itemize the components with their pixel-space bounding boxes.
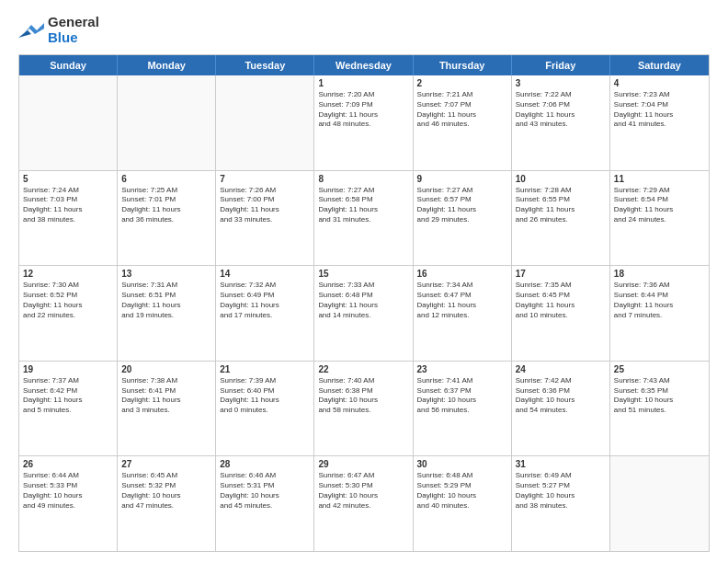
- day-cell-empty-4-6: [610, 456, 709, 551]
- day-cell-14: 14Sunrise: 7:32 AMSunset: 6:49 PMDayligh…: [216, 266, 314, 361]
- day-number: 27: [121, 459, 211, 469]
- day-cell-16: 16Sunrise: 7:34 AMSunset: 6:47 PMDayligh…: [414, 266, 512, 361]
- calendar-row-4: 19Sunrise: 7:37 AMSunset: 6:42 PMDayligh…: [19, 361, 709, 456]
- day-cell-2: 2Sunrise: 7:21 AMSunset: 7:07 PMDaylight…: [414, 75, 512, 170]
- header-day-monday: Monday: [118, 55, 216, 75]
- calendar-row-1: 1Sunrise: 7:20 AMSunset: 7:09 PMDaylight…: [19, 75, 709, 170]
- day-number: 3: [516, 78, 606, 88]
- header-day-sunday: Sunday: [19, 55, 118, 75]
- header-day-wednesday: Wednesday: [314, 55, 413, 75]
- day-info: Sunrise: 7:27 AMSunset: 6:57 PMDaylight:…: [417, 186, 507, 225]
- day-cell-5: 5Sunrise: 7:24 AMSunset: 7:03 PMDaylight…: [19, 171, 118, 266]
- logo: General Blue: [18, 15, 99, 45]
- header: General Blue: [18, 15, 710, 45]
- day-cell-empty-0-2: [216, 75, 314, 170]
- day-info: Sunrise: 7:23 AMSunset: 7:04 PMDaylight:…: [614, 90, 705, 130]
- page: General Blue SundayMondayTuesdayWednesda…: [0, 0, 728, 563]
- day-cell-25: 25Sunrise: 7:43 AMSunset: 6:35 PMDayligh…: [610, 362, 709, 456]
- day-cell-19: 19Sunrise: 7:37 AMSunset: 6:42 PMDayligh…: [19, 362, 118, 456]
- calendar-header: SundayMondayTuesdayWednesdayThursdayFrid…: [19, 55, 709, 75]
- day-cell-empty-0-0: [19, 75, 118, 170]
- day-number: 25: [614, 364, 705, 374]
- day-number: 28: [220, 459, 310, 469]
- day-number: 4: [614, 78, 705, 88]
- header-day-friday: Friday: [512, 55, 610, 75]
- day-cell-10: 10Sunrise: 7:28 AMSunset: 6:55 PMDayligh…: [512, 171, 610, 266]
- day-info: Sunrise: 7:41 AMSunset: 6:37 PMDaylight:…: [417, 376, 507, 416]
- logo-text: General Blue: [48, 15, 99, 45]
- day-number: 1: [318, 78, 408, 88]
- day-number: 30: [417, 459, 507, 469]
- day-number: 13: [121, 269, 211, 279]
- header-day-thursday: Thursday: [414, 55, 512, 75]
- day-cell-21: 21Sunrise: 7:39 AMSunset: 6:40 PMDayligh…: [216, 362, 314, 456]
- day-info: Sunrise: 6:44 AMSunset: 5:33 PMDaylight:…: [23, 471, 113, 511]
- day-cell-11: 11Sunrise: 7:29 AMSunset: 6:54 PMDayligh…: [610, 171, 709, 266]
- day-cell-6: 6Sunrise: 7:25 AMSunset: 7:01 PMDaylight…: [118, 171, 216, 266]
- day-info: Sunrise: 7:30 AMSunset: 6:52 PMDaylight:…: [23, 281, 113, 320]
- day-info: Sunrise: 7:36 AMSunset: 6:44 PMDaylight:…: [614, 281, 705, 320]
- day-cell-8: 8Sunrise: 7:27 AMSunset: 6:58 PMDaylight…: [314, 171, 413, 266]
- day-number: 8: [318, 174, 408, 184]
- calendar-row-2: 5Sunrise: 7:24 AMSunset: 7:03 PMDaylight…: [19, 170, 709, 266]
- day-cell-12: 12Sunrise: 7:30 AMSunset: 6:52 PMDayligh…: [19, 266, 118, 361]
- day-number: 9: [417, 174, 507, 184]
- day-cell-30: 30Sunrise: 6:48 AMSunset: 5:29 PMDayligh…: [414, 456, 512, 551]
- day-info: Sunrise: 7:20 AMSunset: 7:09 PMDaylight:…: [318, 90, 408, 130]
- day-info: Sunrise: 6:45 AMSunset: 5:32 PMDaylight:…: [121, 471, 211, 511]
- day-cell-7: 7Sunrise: 7:26 AMSunset: 7:00 PMDaylight…: [216, 171, 314, 266]
- day-cell-17: 17Sunrise: 7:35 AMSunset: 6:45 PMDayligh…: [512, 266, 610, 361]
- day-info: Sunrise: 6:48 AMSunset: 5:29 PMDaylight:…: [417, 471, 507, 511]
- day-cell-20: 20Sunrise: 7:38 AMSunset: 6:41 PMDayligh…: [118, 362, 216, 456]
- day-cell-1: 1Sunrise: 7:20 AMSunset: 7:09 PMDaylight…: [314, 75, 413, 170]
- day-number: 11: [614, 174, 705, 184]
- day-cell-24: 24Sunrise: 7:42 AMSunset: 6:36 PMDayligh…: [512, 362, 610, 456]
- day-cell-13: 13Sunrise: 7:31 AMSunset: 6:51 PMDayligh…: [118, 266, 216, 361]
- day-cell-18: 18Sunrise: 7:36 AMSunset: 6:44 PMDayligh…: [610, 266, 709, 361]
- day-info: Sunrise: 7:25 AMSunset: 7:01 PMDaylight:…: [121, 186, 211, 225]
- day-info: Sunrise: 7:22 AMSunset: 7:06 PMDaylight:…: [516, 90, 606, 130]
- day-cell-27: 27Sunrise: 6:45 AMSunset: 5:32 PMDayligh…: [118, 456, 216, 551]
- day-info: Sunrise: 7:26 AMSunset: 7:00 PMDaylight:…: [220, 186, 310, 225]
- day-info: Sunrise: 7:33 AMSunset: 6:48 PMDaylight:…: [318, 281, 408, 320]
- day-cell-22: 22Sunrise: 7:40 AMSunset: 6:38 PMDayligh…: [314, 362, 413, 456]
- day-number: 23: [417, 364, 507, 374]
- day-number: 24: [516, 364, 606, 374]
- day-number: 10: [516, 174, 606, 184]
- day-info: Sunrise: 7:38 AMSunset: 6:41 PMDaylight:…: [121, 376, 211, 416]
- day-number: 26: [23, 459, 113, 469]
- day-info: Sunrise: 7:29 AMSunset: 6:54 PMDaylight:…: [614, 186, 705, 225]
- day-info: Sunrise: 7:39 AMSunset: 6:40 PMDaylight:…: [220, 376, 310, 416]
- day-number: 29: [318, 459, 408, 469]
- day-info: Sunrise: 7:27 AMSunset: 6:58 PMDaylight:…: [318, 186, 408, 225]
- day-cell-26: 26Sunrise: 6:44 AMSunset: 5:33 PMDayligh…: [19, 456, 118, 551]
- logo-icon: [18, 19, 44, 41]
- day-number: 6: [121, 174, 211, 184]
- day-info: Sunrise: 7:40 AMSunset: 6:38 PMDaylight:…: [318, 376, 408, 416]
- day-cell-23: 23Sunrise: 7:41 AMSunset: 6:37 PMDayligh…: [414, 362, 512, 456]
- calendar-row-5: 26Sunrise: 6:44 AMSunset: 5:33 PMDayligh…: [19, 455, 709, 551]
- day-number: 22: [318, 364, 408, 374]
- day-number: 2: [417, 78, 507, 88]
- day-info: Sunrise: 7:31 AMSunset: 6:51 PMDaylight:…: [121, 281, 211, 320]
- day-info: Sunrise: 7:21 AMSunset: 7:07 PMDaylight:…: [417, 90, 507, 130]
- day-cell-28: 28Sunrise: 6:46 AMSunset: 5:31 PMDayligh…: [216, 456, 314, 551]
- day-cell-empty-0-1: [118, 75, 216, 170]
- day-info: Sunrise: 7:35 AMSunset: 6:45 PMDaylight:…: [516, 281, 606, 320]
- day-info: Sunrise: 7:42 AMSunset: 6:36 PMDaylight:…: [516, 376, 606, 416]
- day-info: Sunrise: 7:43 AMSunset: 6:35 PMDaylight:…: [614, 376, 705, 416]
- day-info: Sunrise: 6:49 AMSunset: 5:27 PMDaylight:…: [516, 471, 606, 511]
- day-info: Sunrise: 6:47 AMSunset: 5:30 PMDaylight:…: [318, 471, 408, 511]
- calendar: SundayMondayTuesdayWednesdayThursdayFrid…: [18, 54, 710, 552]
- day-number: 5: [23, 174, 113, 184]
- day-info: Sunrise: 7:24 AMSunset: 7:03 PMDaylight:…: [23, 186, 113, 225]
- day-number: 19: [23, 364, 113, 374]
- day-number: 31: [516, 459, 606, 469]
- calendar-body: 1Sunrise: 7:20 AMSunset: 7:09 PMDaylight…: [19, 75, 709, 551]
- header-day-tuesday: Tuesday: [216, 55, 314, 75]
- day-number: 21: [220, 364, 310, 374]
- day-number: 18: [614, 269, 705, 279]
- day-cell-15: 15Sunrise: 7:33 AMSunset: 6:48 PMDayligh…: [314, 266, 413, 361]
- day-info: Sunrise: 7:34 AMSunset: 6:47 PMDaylight:…: [417, 281, 507, 320]
- day-number: 12: [23, 269, 113, 279]
